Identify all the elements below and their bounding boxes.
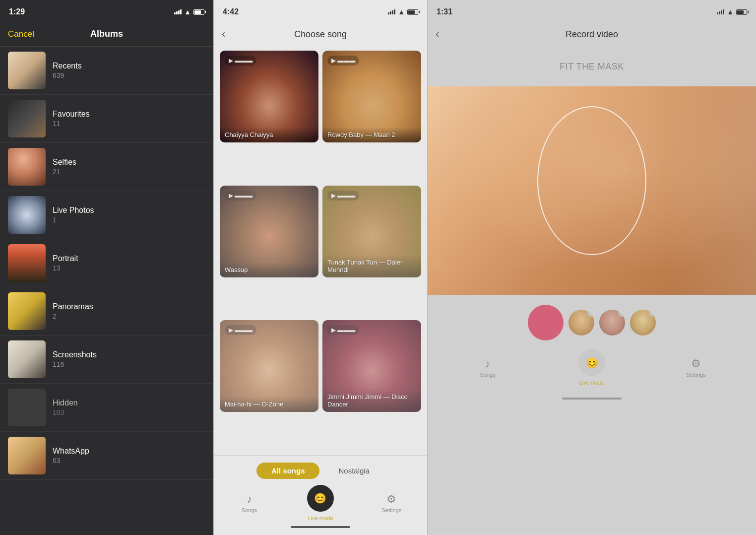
song-card-wassup[interactable]: ▶ ▬▬▬ Wassup xyxy=(220,186,318,277)
wifi-icon-2: ▲ xyxy=(398,8,405,16)
album-item-selfies[interactable]: Selfies 21 xyxy=(0,143,213,191)
tab-settings-2[interactable]: ⚙ Settings xyxy=(356,493,427,513)
live-mode-btn-3[interactable]: 😊 xyxy=(578,349,605,376)
play-btn-rowdy[interactable]: ▶ ▬▬▬ xyxy=(327,56,359,66)
tab-songs-3[interactable]: ♪ Songs xyxy=(436,357,540,378)
album-thumb-favourites xyxy=(8,100,46,137)
filter-nostalgia[interactable]: Nostalgia xyxy=(323,463,384,479)
album-name-screenshots: Screenshots xyxy=(53,350,97,359)
album-count-hidden: 103 xyxy=(53,408,78,416)
battery-icon-3 xyxy=(736,9,747,15)
status-bar-1: 1:29 ▲ xyxy=(0,0,213,22)
album-item-live[interactable]: Live Photos 1 xyxy=(0,191,213,239)
album-count-panoramas: 2 xyxy=(53,312,93,320)
status-icons-1: ▲ xyxy=(174,8,204,16)
album-thumb-live xyxy=(8,196,46,234)
album-thumb-recents xyxy=(8,52,46,89)
filter-tabs: All songs Nostalgia xyxy=(214,459,427,483)
tab-settings-3[interactable]: ⚙ Settings xyxy=(644,357,748,378)
album-thumb-hidden xyxy=(8,389,46,426)
song-name-maiha: Mai-ha-hi — O-Zone xyxy=(225,401,314,408)
avatar-option-1[interactable] xyxy=(568,310,594,335)
signal-icon-1 xyxy=(174,9,182,14)
album-item-whatsapp[interactable]: WhatsApp 63 xyxy=(0,432,213,480)
back-button-3[interactable]: ‹ xyxy=(436,28,439,41)
tab-label-settings-2: Settings xyxy=(381,507,401,513)
nav-bar-choose-song: ‹ Choose song xyxy=(214,22,427,47)
wifi-icon-1: ▲ xyxy=(184,8,191,16)
tab-bar-panel2: All songs Nostalgia ♪ Songs 😊 Live mode … xyxy=(214,455,427,535)
play-btn-tunak[interactable]: ▶ ▬▬▬ xyxy=(327,191,359,201)
avatar-option-2[interactable] xyxy=(599,310,625,335)
home-indicator-3 xyxy=(562,398,622,400)
album-thumb-screenshots xyxy=(8,340,46,378)
fit-mask-area: FIT THE MASK xyxy=(428,47,756,86)
page-title-albums: Albums xyxy=(90,29,123,39)
play-btn-wassup[interactable]: ▶ ▬▬▬ xyxy=(225,191,256,201)
tab-label-settings-3: Settings xyxy=(686,372,706,378)
filter-all-songs[interactable]: All songs xyxy=(256,463,320,479)
panel-albums: 1:29 ▲ Cancel Albums Recents 639 xyxy=(0,0,213,535)
cancel-button[interactable]: Cancel xyxy=(8,29,34,39)
album-item-favourites[interactable]: Favourites 11 xyxy=(0,95,213,143)
song-card-maiha[interactable]: ▶ ▬▬▬ Mai-ha-hi — O-Zone xyxy=(220,320,318,412)
status-time-3: 1:31 xyxy=(437,7,452,16)
song-name-tunak: Tunak Tunak Tun — Daler Mehndi xyxy=(327,259,416,273)
page-title-choose-song: Choose song xyxy=(294,29,347,40)
song-name-chaiyya: Chaiyya Chaiyya xyxy=(225,131,314,138)
song-card-jimmi[interactable]: ▶ ▬▬▬ Jimmi Jimmi Jimmi — Disco Dancer xyxy=(322,320,421,412)
song-card-rowdy[interactable]: ▶ ▬▬▬ Rowdy Baby — Maari 2 xyxy=(322,51,421,142)
battery-icon-1 xyxy=(193,9,204,15)
album-item-screenshots[interactable]: Screenshots 116 xyxy=(0,335,213,384)
album-thumb-panoramas xyxy=(8,292,46,330)
songs-icon-3: ♪ xyxy=(485,357,491,370)
album-count-selfies: 21 xyxy=(53,168,76,176)
play-btn-chaiyya[interactable]: ▶ ▬▬▬ xyxy=(225,56,256,66)
status-icons-3: ▲ xyxy=(717,8,747,16)
camera-view xyxy=(428,86,756,295)
tab-live-mode-3[interactable]: 😊 Live mode xyxy=(540,349,644,386)
song-card-tunak[interactable]: ▶ ▬▬▬ Tunak Tunak Tun — Daler Mehndi xyxy=(322,186,421,277)
face-oval-overlay xyxy=(537,106,646,255)
album-name-live: Live Photos xyxy=(53,206,94,215)
settings-icon-2: ⚙ xyxy=(386,493,396,506)
avatar-row xyxy=(436,305,748,340)
album-item-recents[interactable]: Recents 639 xyxy=(0,47,213,95)
tab-songs-2[interactable]: ♪ Songs xyxy=(214,493,285,513)
record-button[interactable] xyxy=(528,305,564,340)
bottom-tabs-2: ♪ Songs 😊 Live mode ⚙ Settings xyxy=(214,483,427,523)
settings-icon-3: ⚙ xyxy=(691,357,701,370)
battery-icon-2 xyxy=(407,9,418,15)
album-item-panoramas[interactable]: Panoramas 2 xyxy=(0,287,213,335)
live-mode-icon-3: 😊 xyxy=(586,357,598,369)
fit-mask-text: FIT THE MASK xyxy=(560,62,624,72)
album-thumb-whatsapp xyxy=(8,437,46,474)
album-name-favourites: Favourites xyxy=(53,110,90,119)
nav-bar-albums: Cancel Albums xyxy=(0,22,213,47)
album-item-hidden[interactable]: Hidden 103 xyxy=(0,384,213,432)
album-name-hidden: Hidden xyxy=(53,399,78,407)
song-card-chaiyya[interactable]: ▶ ▬▬▬ Chaiyya Chaiyya xyxy=(220,51,318,142)
status-icons-2: ▲ xyxy=(388,8,418,16)
song-grid: ▶ ▬▬▬ Chaiyya Chaiyya ▶ ▬▬▬ Rowdy Baby —… xyxy=(214,47,427,455)
home-indicator-2 xyxy=(291,526,350,528)
live-mode-btn-2[interactable]: 😊 xyxy=(307,485,334,512)
songs-icon-2: ♪ xyxy=(247,493,252,506)
album-count-screenshots: 116 xyxy=(53,360,97,368)
camera-face xyxy=(428,86,756,295)
play-btn-jimmi[interactable]: ▶ ▬▬▬ xyxy=(327,325,359,335)
album-name-selfies: Selfies xyxy=(53,158,76,167)
tab-label-songs-3: Songs xyxy=(480,372,495,378)
nav-bar-record: ‹ Record video xyxy=(428,22,756,47)
panel-choose-song: 4:42 ▲ ‹ Choose song ▶ ▬▬▬ Chaiyya Ch xyxy=(213,0,428,535)
avatar-option-3[interactable] xyxy=(630,310,656,335)
status-bar-2: 4:42 ▲ xyxy=(214,0,427,22)
back-button-2[interactable]: ‹ xyxy=(222,28,225,41)
song-name-jimmi: Jimmi Jimmi Jimmi — Disco Dancer xyxy=(327,393,416,408)
tab-label-songs-2: Songs xyxy=(242,507,257,513)
wifi-icon-3: ▲ xyxy=(727,8,734,16)
album-item-portrait[interactable]: Portrait 13 xyxy=(0,239,213,287)
play-btn-maiha[interactable]: ▶ ▬▬▬ xyxy=(225,325,256,335)
song-name-wassup: Wassup xyxy=(225,266,314,273)
tab-live-mode-2[interactable]: 😊 Live mode xyxy=(285,485,356,521)
